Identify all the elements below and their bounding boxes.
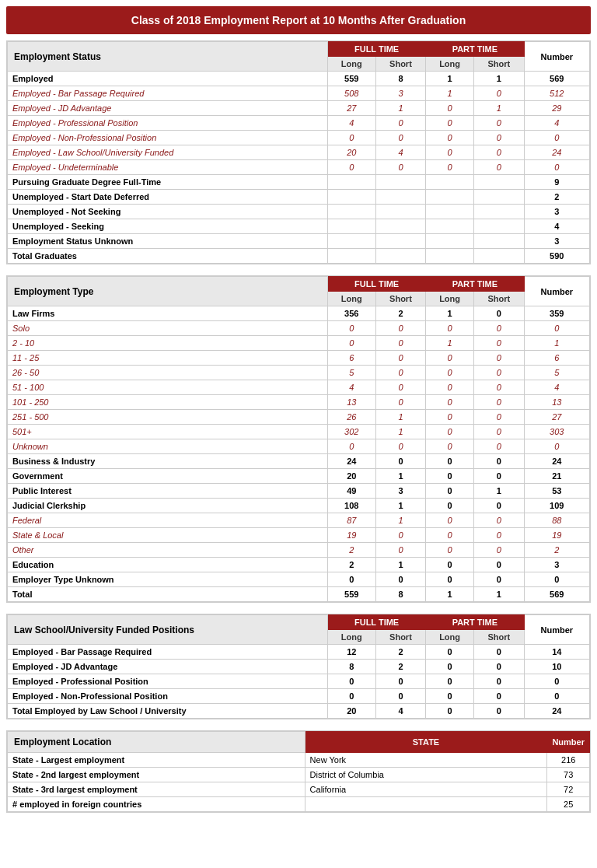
table-row: 1 <box>426 336 474 351</box>
table-row: 88 <box>524 513 589 528</box>
table-row <box>473 234 524 249</box>
lsf-full-time-header: FULL TIME <box>327 615 425 630</box>
table-row <box>375 249 426 264</box>
table-row: 1 <box>473 587 524 602</box>
table-row: 0 <box>426 321 474 336</box>
table-row: 20 <box>327 145 375 160</box>
table-row: 6 <box>327 351 375 366</box>
table-row: 0 <box>375 116 426 131</box>
table-row: Employed <box>8 72 328 86</box>
table-row: 19 <box>327 528 375 543</box>
pt-long-header: Long <box>426 57 474 72</box>
law-school-funded-section: Law School/University Funded Positions F… <box>6 614 591 719</box>
table-row: 1 <box>375 425 426 439</box>
table-row: 3 <box>524 205 589 219</box>
table-row: 0 <box>473 469 524 484</box>
table-row: 0 <box>473 439 524 454</box>
table-row: 8 <box>375 587 426 602</box>
table-row: 25 <box>547 797 590 812</box>
table-row: 0 <box>473 528 524 543</box>
table-row: 0 <box>473 572 524 587</box>
table-row: Employed - Non-Professional Position <box>8 689 328 704</box>
table-row: 0 <box>473 704 524 719</box>
table-row: Business & Industry <box>8 454 328 469</box>
table-row: State - Largest employment <box>8 753 305 768</box>
location-number-header: Number <box>547 732 590 753</box>
table-row: 569 <box>524 72 589 86</box>
table-row: 1 <box>426 86 474 101</box>
lsf-number-header: Number <box>524 615 589 645</box>
table-row: 3 <box>375 86 426 101</box>
table-row: 0 <box>524 674 589 689</box>
table-row: 0 <box>375 439 426 454</box>
et-part-time-header: PART TIME <box>426 277 524 292</box>
table-row: 0 <box>375 321 426 336</box>
table-row: 0 <box>426 499 474 513</box>
table-row <box>375 205 426 219</box>
table-row: 2 <box>375 645 426 660</box>
table-row: 24 <box>327 454 375 469</box>
table-row: Total <box>8 587 328 602</box>
table-row: Government <box>8 469 328 484</box>
table-row: 108 <box>327 499 375 513</box>
table-row: 2 <box>327 543 375 558</box>
ft-short-header: Short <box>375 57 426 72</box>
table-row: 0 <box>473 380 524 395</box>
table-row: 27 <box>524 410 589 425</box>
table-row: 0 <box>426 380 474 395</box>
table-row: 2 <box>375 306 426 321</box>
lsf-ft-short: Short <box>375 630 426 645</box>
table-row: 0 <box>426 160 474 175</box>
part-time-header: PART TIME <box>426 42 524 57</box>
table-row: 0 <box>375 572 426 587</box>
table-row: Other <box>8 543 328 558</box>
table-row: 559 <box>327 72 375 86</box>
table-row: 0 <box>426 645 474 660</box>
table-row: 0 <box>524 439 589 454</box>
et-pt-short: Short <box>473 292 524 306</box>
table-row: 512 <box>524 86 589 101</box>
table-row: State - 2nd largest employment <box>8 768 305 782</box>
table-row: 0 <box>426 366 474 380</box>
table-row: 24 <box>524 704 589 719</box>
table-row: 0 <box>375 351 426 366</box>
table-row: 0 <box>473 131 524 145</box>
table-row: 0 <box>473 660 524 674</box>
full-time-header: FULL TIME <box>327 42 425 57</box>
table-row: 0 <box>473 86 524 101</box>
table-row: Public Interest <box>8 484 328 499</box>
table-row: 0 <box>375 674 426 689</box>
table-row: 0 <box>473 513 524 528</box>
table-row: 13 <box>524 395 589 410</box>
et-ft-long: Long <box>327 292 375 306</box>
table-row: 1 <box>426 306 474 321</box>
table-row: 0 <box>426 660 474 674</box>
table-row: 0 <box>473 499 524 513</box>
et-ft-short: Short <box>375 292 426 306</box>
table-row: 1 <box>375 101 426 116</box>
table-row: 19 <box>524 528 589 543</box>
table-row: 2 <box>375 660 426 674</box>
table-row: Employed - Law School/University Funded <box>8 145 328 160</box>
table-row: 5 <box>327 366 375 380</box>
table-row: 0 <box>327 336 375 351</box>
table-row: 0 <box>473 351 524 366</box>
et-number-header: Number <box>524 277 589 306</box>
table-row: 109 <box>524 499 589 513</box>
table-row: 4 <box>375 704 426 719</box>
table-row <box>327 219 375 234</box>
table-row: 1 <box>473 484 524 499</box>
table-row <box>473 175 524 190</box>
table-row: 501+ <box>8 425 328 439</box>
table-row: 0 <box>473 674 524 689</box>
table-row: 20 <box>327 469 375 484</box>
table-row: 0 <box>327 439 375 454</box>
table-row: 1 <box>375 469 426 484</box>
table-row: 0 <box>375 380 426 395</box>
table-row: 87 <box>327 513 375 528</box>
table-row <box>327 175 375 190</box>
table-row: 0 <box>426 439 474 454</box>
table-row: 4 <box>524 116 589 131</box>
table-row: 0 <box>473 321 524 336</box>
table-row: Law Firms <box>8 306 328 321</box>
